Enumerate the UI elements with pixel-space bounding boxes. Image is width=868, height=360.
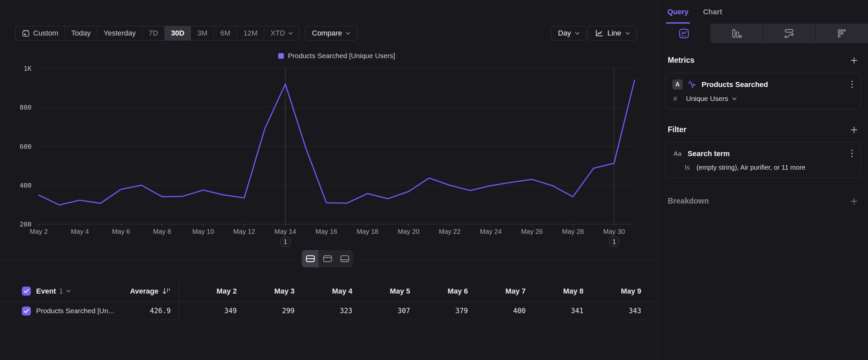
svg-text:May 10: May 10	[192, 228, 214, 235]
view-tab-insights[interactable]	[658, 24, 710, 43]
filter-section-header: Filter	[665, 125, 861, 134]
column-header-may-2[interactable]: May 2	[179, 287, 237, 296]
svg-text:May 4: May 4	[71, 228, 89, 235]
svg-text:May 24: May 24	[480, 228, 502, 235]
filter-menu-button[interactable]	[851, 149, 854, 159]
cell-value: 343	[584, 307, 641, 315]
chart-type-dropdown[interactable]: Line	[588, 26, 637, 40]
range-option-yesterday[interactable]: Yesterday	[97, 26, 143, 40]
calendar-icon	[22, 29, 30, 37]
range-option-7d[interactable]: 7D	[143, 26, 165, 40]
column-header-may-9[interactable]: May 9	[584, 287, 641, 296]
kebab-menu-icon	[851, 80, 854, 90]
event-count: 1	[59, 287, 63, 296]
range-label: 12M	[243, 29, 258, 37]
range-option-xtd[interactable]: XTD	[264, 26, 299, 40]
svg-text:May 14: May 14	[275, 228, 297, 235]
filter-card-row2[interactable]: Is (empty string), Air purifier, or 11 m…	[672, 164, 854, 171]
add-breakdown-button[interactable]	[850, 197, 858, 205]
query-panel: Query Chart Metrics A Products Searched	[657, 0, 868, 360]
layout-toggle-chart-top[interactable]	[319, 250, 336, 267]
annotation-badge-may-14[interactable]: 1	[280, 237, 290, 247]
sort-descending-icon	[162, 287, 171, 295]
check-icon	[24, 289, 29, 293]
column-header-may-8[interactable]: May 8	[526, 287, 584, 296]
range-label: Today	[71, 29, 91, 37]
plus-icon	[850, 197, 858, 205]
cell-value: 341	[526, 307, 584, 315]
range-option-3m[interactable]: 3M	[191, 26, 214, 40]
date-range-selector: CustomTodayYesterday7D30D3M6M12MXTD	[15, 26, 300, 40]
view-tab-funnel[interactable]	[710, 24, 763, 43]
split-view-icon	[306, 255, 315, 262]
plus-icon	[850, 126, 858, 134]
retention-icon	[837, 28, 847, 39]
svg-text:800: 800	[20, 103, 31, 111]
view-tab-retention[interactable]	[815, 24, 868, 43]
svg-text:1K: 1K	[24, 64, 31, 73]
filter-title: Filter	[668, 125, 686, 134]
aggregation-label: Unique Users	[686, 95, 728, 103]
select-all-checkbox[interactable]	[22, 286, 31, 296]
average-label: Average	[130, 287, 158, 296]
metric-card-row1: A Products Searched	[672, 79, 854, 90]
column-header-may-3[interactable]: May 3	[237, 287, 294, 296]
panel-tabs: Query Chart	[658, 0, 868, 24]
cell-value: 349	[179, 307, 237, 315]
average-header[interactable]: Average	[130, 287, 179, 296]
granularity-label: Day	[558, 29, 571, 37]
range-label: 6M	[220, 29, 231, 37]
column-header-may-4[interactable]: May 4	[295, 287, 352, 296]
compare-label: Compare	[312, 29, 342, 37]
funnel-icon	[731, 28, 742, 39]
svg-text:600: 600	[20, 142, 31, 150]
svg-text:200: 200	[20, 220, 31, 228]
string-property-icon: Aa	[672, 150, 683, 158]
tab-chart[interactable]: Chart	[703, 0, 722, 24]
granularity-dropdown[interactable]: Day	[551, 26, 587, 40]
view-tab-flows[interactable]	[763, 24, 816, 43]
column-header-may-6[interactable]: May 6	[410, 287, 468, 296]
range-option-6m[interactable]: 6M	[214, 26, 238, 40]
table-date-values: 349299323307379400341343	[179, 302, 641, 320]
filter-card[interactable]: Aa Search term Is (empty string), Air pu…	[665, 142, 861, 178]
row-checkbox[interactable]	[22, 307, 31, 315]
range-option-custom[interactable]: Custom	[16, 26, 65, 40]
column-header-may-5[interactable]: May 5	[352, 287, 410, 296]
layout-toggle-table-bottom[interactable]	[336, 250, 353, 267]
range-option-today[interactable]: Today	[65, 26, 97, 40]
svg-text:May 8: May 8	[153, 228, 171, 235]
filter-card-row1: Aa Search term	[672, 149, 854, 159]
analytics-app: 1K800600400200May 2May 4May 6May 8May 10…	[0, 0, 868, 360]
metric-card-row2[interactable]: # Unique Users	[672, 95, 854, 103]
cell-value: 379	[410, 307, 468, 315]
range-label: 7D	[149, 29, 158, 37]
range-label: 30D	[171, 29, 184, 37]
chevron-down-icon	[732, 97, 737, 100]
range-label: Custom	[33, 29, 58, 37]
column-header-may-7[interactable]: May 7	[468, 287, 526, 296]
range-label: 3M	[197, 29, 208, 37]
layout-toggle-split[interactable]	[302, 250, 319, 267]
metric-card[interactable]: A Products Searched # Unique Users	[665, 73, 861, 109]
range-option-12m[interactable]: 12M	[237, 26, 264, 40]
metric-menu-button[interactable]	[851, 80, 854, 90]
breakdown-section-header: Breakdown	[665, 197, 861, 205]
compare-button[interactable]: Compare	[305, 26, 358, 40]
table-bottom-view-icon	[340, 255, 349, 262]
chevron-down-icon[interactable]	[66, 289, 71, 293]
cell-value: 307	[352, 307, 410, 315]
add-metric-button[interactable]	[850, 56, 858, 64]
series-name: Products Searched [Un...	[36, 307, 114, 315]
cell-value: 299	[237, 307, 294, 315]
tab-query[interactable]: Query	[668, 0, 689, 24]
flows-icon	[783, 28, 795, 39]
svg-text:May 16: May 16	[316, 228, 338, 235]
check-icon	[24, 309, 29, 313]
panel-body: Metrics A Products Searched # Unique Use…	[658, 56, 868, 205]
add-filter-button[interactable]	[850, 126, 858, 134]
cell-value: 323	[295, 307, 352, 315]
range-option-30d[interactable]: 30D	[165, 26, 191, 40]
svg-text:May 12: May 12	[234, 228, 255, 235]
annotation-badge-may-30[interactable]: 1	[609, 237, 619, 247]
